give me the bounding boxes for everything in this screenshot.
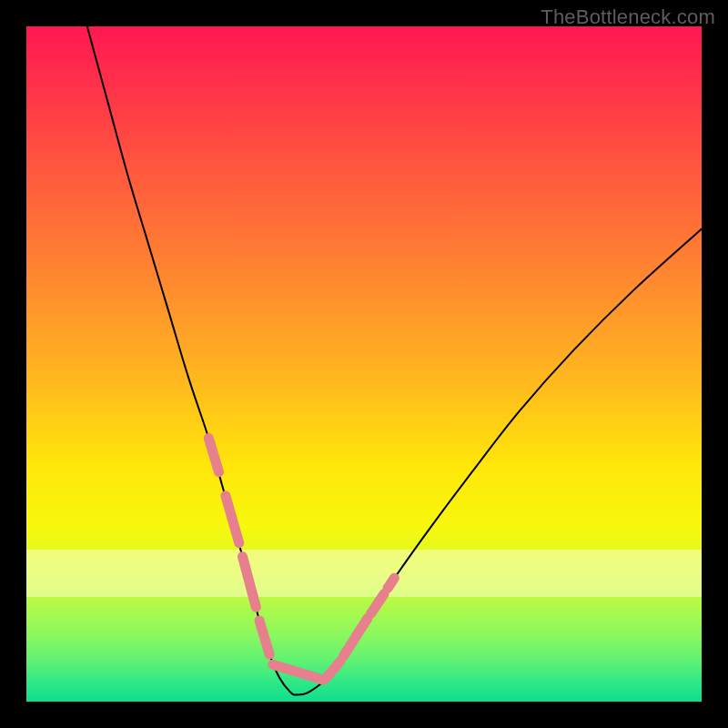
highlight-segment-7 <box>370 593 384 613</box>
bottleneck-curve-path <box>87 26 702 695</box>
highlight-segment-2 <box>242 556 256 607</box>
watermark-text: TheBottleneck.com <box>541 5 715 29</box>
plot-area <box>26 26 702 702</box>
highlight-segment-1 <box>226 496 239 543</box>
chart-svg <box>26 26 702 702</box>
highlight-segment-5 <box>327 661 340 677</box>
app-frame: TheBottleneck.com <box>0 0 728 728</box>
highlight-group <box>208 439 394 681</box>
highlight-segment-3 <box>259 621 269 654</box>
highlight-segment-8 <box>388 578 394 588</box>
highlight-segment-0 <box>208 439 218 472</box>
highlight-segment-6 <box>344 619 368 656</box>
